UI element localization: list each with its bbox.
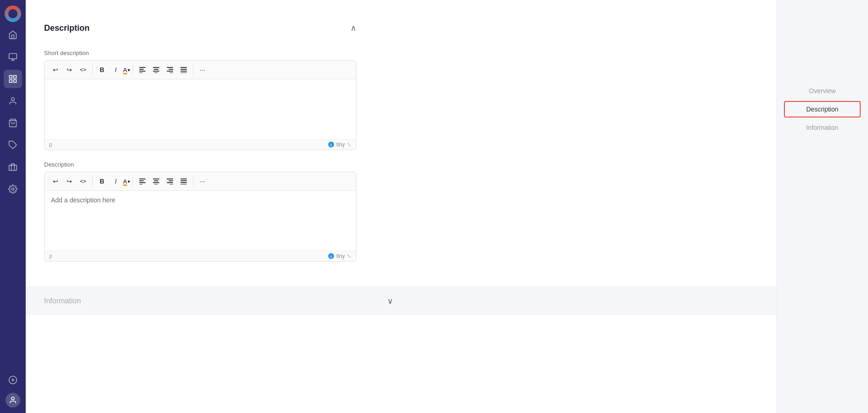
svg-rect-35	[139, 180, 144, 181]
more-button[interactable]: ···	[196, 63, 209, 76]
sidebar-item-briefcase[interactable]	[4, 158, 22, 176]
tiny-branding: t tiny ⤡	[328, 141, 351, 148]
description-tag: p	[49, 253, 52, 259]
svg-rect-4	[14, 76, 17, 78]
svg-rect-27	[169, 73, 173, 73]
desc-toolbar-divider-1	[92, 177, 93, 186]
desc-align-justify-button[interactable]	[177, 175, 190, 188]
toolbar-divider-1	[92, 65, 93, 74]
sidebar-item-bag[interactable]	[4, 114, 22, 132]
svg-rect-37	[139, 184, 143, 184]
svg-rect-49	[180, 184, 187, 184]
undo-button[interactable]: ↩	[49, 63, 62, 76]
information-section-header: Information ∨	[44, 296, 393, 306]
user-avatar[interactable]	[6, 393, 20, 407]
svg-rect-42	[167, 179, 173, 179]
svg-rect-28	[180, 67, 187, 68]
sidebar-item-grid[interactable]	[4, 70, 22, 88]
svg-rect-17	[139, 69, 144, 70]
svg-rect-6	[14, 80, 17, 83]
code-button[interactable]: <>	[77, 63, 90, 76]
svg-rect-36	[139, 182, 146, 183]
desc-bold-button[interactable]: B	[96, 175, 108, 188]
sidebar-item-monitor[interactable]	[4, 48, 22, 66]
svg-rect-20	[153, 67, 159, 68]
svg-rect-23	[154, 73, 158, 73]
nav-item-description[interactable]: Description	[784, 101, 861, 117]
desc-redo-button[interactable]: ↪	[63, 175, 76, 188]
short-description-label: Short description	[44, 50, 356, 56]
desc-italic-button[interactable]: I	[109, 175, 122, 188]
toolbar-divider-2	[133, 65, 133, 74]
information-chevron-icon[interactable]: ∨	[387, 296, 393, 306]
align-right-button[interactable]	[163, 63, 176, 76]
description-placeholder: Add a description here	[51, 196, 115, 204]
align-center-button[interactable]	[150, 63, 163, 76]
desc-toolbar-divider-3	[193, 177, 193, 186]
description-chevron-icon[interactable]: ∧	[350, 23, 356, 33]
desc-tiny-icon: t	[328, 253, 334, 259]
svg-rect-38	[153, 179, 159, 179]
desc-more-button[interactable]: ···	[196, 175, 209, 188]
align-justify-button[interactable]	[177, 63, 190, 76]
svg-rect-31	[180, 73, 187, 73]
svg-rect-39	[154, 180, 158, 181]
redo-button[interactable]: ↪	[63, 63, 76, 76]
svg-rect-18	[139, 71, 146, 72]
desc-tiny-branding: t tiny ⤡	[328, 253, 351, 259]
desc-toolbar-divider-2	[133, 177, 133, 186]
information-section-title: Information	[44, 297, 81, 305]
nav-item-overview[interactable]: Overview	[784, 83, 861, 99]
description-toolbar: ↩ ↪ <> B I A ▾	[45, 172, 356, 191]
resize-handle[interactable]: ⤡	[347, 141, 351, 148]
app-logo	[5, 6, 21, 22]
short-description-toolbar: ↩ ↪ <> B I A ▾	[45, 61, 356, 79]
svg-rect-44	[167, 182, 173, 183]
svg-rect-34	[139, 179, 146, 179]
short-description-body[interactable]	[45, 79, 356, 139]
description-footer: p t tiny ⤡	[45, 251, 356, 261]
description-section-header: Description ∧	[44, 14, 356, 40]
svg-rect-26	[167, 71, 173, 72]
desc-code-button[interactable]: <>	[77, 175, 90, 188]
svg-rect-16	[139, 67, 146, 68]
sidebar-item-user[interactable]	[4, 92, 22, 110]
short-description-footer: p t tiny ⤡	[45, 139, 356, 150]
description-body[interactable]: Add a description here	[45, 191, 356, 251]
svg-rect-21	[154, 69, 158, 70]
svg-rect-45	[169, 184, 173, 184]
svg-point-15	[11, 397, 14, 400]
svg-rect-24	[167, 67, 173, 68]
align-left-button[interactable]	[136, 63, 149, 76]
svg-rect-46	[180, 179, 187, 179]
svg-rect-5	[10, 80, 12, 83]
desc-undo-button[interactable]: ↩	[49, 175, 62, 188]
nav-item-information[interactable]: Information	[784, 119, 861, 136]
description-editor: ↩ ↪ <> B I A ▾	[44, 172, 356, 262]
desc-align-center-button[interactable]	[150, 175, 163, 188]
description-section-title: Description	[44, 23, 90, 33]
desc-align-left-button[interactable]	[136, 175, 149, 188]
tiny-icon: t	[328, 141, 334, 148]
desc-highlight-button-group[interactable]: A ▾	[123, 178, 130, 185]
sidebar-item-add[interactable]	[4, 371, 22, 389]
desc-resize-handle[interactable]: ⤡	[347, 253, 351, 259]
svg-rect-29	[180, 69, 187, 70]
information-section: Information ∨	[26, 286, 776, 315]
tiny-label: tiny	[336, 141, 345, 148]
desc-align-right-button[interactable]	[163, 175, 176, 188]
sidebar-item-tag[interactable]	[4, 136, 22, 154]
sidebar	[0, 0, 26, 413]
highlight-button-group[interactable]: A ▾	[123, 67, 130, 73]
sidebar-item-settings[interactable]	[4, 180, 22, 198]
toolbar-divider-3	[193, 65, 193, 74]
main-content: Description ∧ Short description ↩ ↪ <> B…	[26, 0, 776, 413]
italic-button[interactable]: I	[109, 63, 122, 76]
svg-rect-25	[169, 69, 173, 70]
svg-point-7	[11, 98, 15, 101]
sidebar-item-home[interactable]	[4, 26, 22, 44]
svg-rect-10	[9, 165, 17, 171]
bold-button[interactable]: B	[96, 63, 108, 76]
desc-tiny-label: tiny	[336, 253, 345, 259]
svg-rect-30	[180, 71, 187, 72]
